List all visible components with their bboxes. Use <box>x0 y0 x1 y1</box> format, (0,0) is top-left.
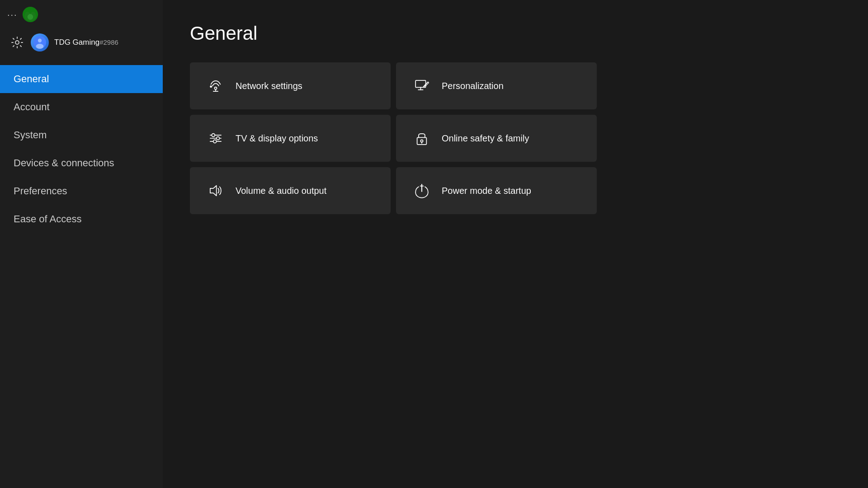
page-title: General <box>190 23 841 44</box>
svg-point-9 <box>210 86 212 87</box>
user-section: TDG Gaming#2986 <box>0 29 163 61</box>
power-icon <box>412 181 432 201</box>
tv-display-card[interactable]: TV & display options <box>190 115 391 162</box>
volume-label: Volume & audio output <box>236 186 326 196</box>
username-container: TDG Gaming#2986 <box>54 38 118 47</box>
header-row: ··· <box>0 0 163 29</box>
online-safety-label: Online safety & family <box>442 133 529 144</box>
sidebar-item-preferences[interactable]: Preferences <box>0 177 163 205</box>
svg-point-5 <box>36 44 44 49</box>
settings-gear-button[interactable] <box>9 34 25 51</box>
volume-icon <box>206 181 226 201</box>
main-content: General Network settings <box>163 0 868 488</box>
online-safety-card[interactable]: Online safety & family <box>396 115 597 162</box>
svg-marker-23 <box>210 186 217 196</box>
settings-grid: Network settings Personalization <box>190 62 597 214</box>
sidebar-item-devices[interactable]: Devices & connections <box>0 149 163 177</box>
volume-card[interactable]: Volume & audio output <box>190 167 391 214</box>
svg-point-17 <box>217 137 220 140</box>
network-icon <box>206 76 226 96</box>
sidebar-item-system[interactable]: System <box>0 121 163 149</box>
sidebar-item-account[interactable]: Account <box>0 93 163 121</box>
network-settings-card[interactable]: Network settings <box>190 62 391 109</box>
xbox-logo <box>22 6 38 23</box>
tv-display-label: TV & display options <box>236 133 318 144</box>
avatar <box>31 33 49 52</box>
power-label: Power mode & startup <box>442 186 531 196</box>
sidebar-item-ease[interactable]: Ease of Access <box>0 205 163 233</box>
username-tag: #2986 <box>99 38 118 46</box>
avatar-icon <box>33 36 46 49</box>
username-label: TDG Gaming <box>54 38 99 47</box>
sidebar-item-general[interactable]: General <box>0 65 163 93</box>
nav-menu: General Account System Devices & connect… <box>0 65 163 233</box>
power-card[interactable]: Power mode & startup <box>396 167 597 214</box>
tv-icon <box>206 128 226 148</box>
network-settings-label: Network settings <box>236 81 302 91</box>
personalization-label: Personalization <box>442 81 504 91</box>
menu-dots-button[interactable]: ··· <box>7 9 18 20</box>
svg-point-2 <box>15 41 19 44</box>
sidebar: ··· TDG Gaming#2986 Gener <box>0 0 163 488</box>
personalization-card[interactable]: Personalization <box>396 62 597 109</box>
svg-point-19 <box>213 140 217 143</box>
personalization-icon <box>412 76 432 96</box>
svg-point-1 <box>27 14 33 20</box>
lock-icon <box>412 128 432 148</box>
gear-icon <box>11 36 24 49</box>
svg-point-4 <box>38 39 42 42</box>
svg-point-15 <box>212 134 215 137</box>
